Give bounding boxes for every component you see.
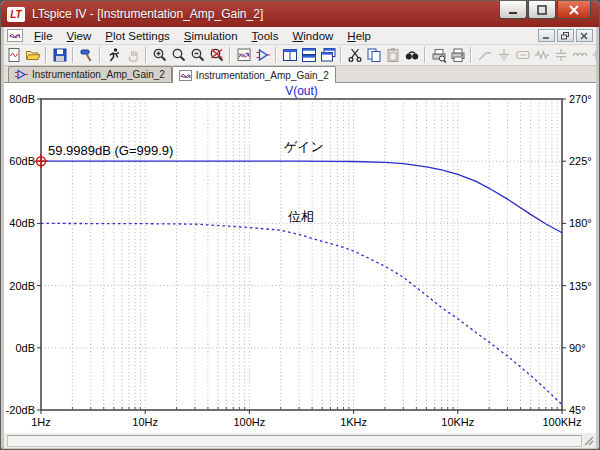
menu-bar: FileViewPlot SettingsSimulationToolsWind… (4, 27, 596, 45)
resistor-icon (532, 46, 551, 65)
status-bar (4, 432, 596, 448)
tab-strip: Instrumentation_Amp_Gain_2 Instrumentati… (4, 66, 596, 83)
gain-text-label: ゲイン (284, 139, 324, 154)
open-folder-icon[interactable] (23, 46, 42, 65)
halt-icon (123, 46, 142, 65)
wire-icon (475, 46, 494, 65)
window-title: LTspice IV - [Instrumentation_Amp_Gain_2… (32, 7, 498, 21)
toolbar-separator (72, 47, 74, 63)
maximize-button[interactable] (528, 1, 556, 19)
y-right-tick-label: 135° (569, 280, 592, 292)
new-waveform-icon[interactable] (4, 46, 23, 65)
child-minimize-button[interactable] (538, 29, 555, 42)
toolbar-separator (275, 47, 277, 63)
copy-icon[interactable] (364, 46, 383, 65)
toolbar-separator (99, 47, 101, 63)
phase-trace[interactable] (41, 223, 562, 404)
save-icon[interactable] (50, 46, 69, 65)
y-right-tick-label: 270° (569, 93, 592, 105)
ltspice-window: LT LTspice IV - [Instrumentation_Amp_Gai… (0, 0, 600, 450)
toolbar-separator (145, 47, 147, 63)
tile-horizontal-icon[interactable] (280, 46, 299, 65)
menu-file[interactable]: File (27, 29, 60, 43)
zoom-out-icon[interactable] (188, 46, 207, 65)
print-icon[interactable] (448, 46, 467, 65)
trace-name-title[interactable]: V(out) (285, 84, 318, 98)
y-left-tick-label: 20dB (9, 280, 35, 292)
cascade-icon[interactable] (318, 46, 337, 65)
x-tick-label: 100Hz (234, 416, 266, 428)
window-controls (498, 1, 591, 19)
zoom-fit-icon[interactable] (207, 46, 226, 65)
y-right-tick-label: 45° (569, 404, 586, 416)
label-icon (513, 46, 532, 65)
y-right-tick-label: 90° (569, 342, 586, 354)
child-close-button[interactable] (576, 29, 593, 42)
diode-icon (589, 46, 596, 65)
waveform-plot[interactable]: 80dB60dB40dB20dB0dB-20dB270°225°180°135°… (4, 83, 598, 432)
print-preview-icon[interactable] (429, 46, 448, 65)
menu-view[interactable]: View (60, 29, 99, 43)
menu-items: FileViewPlot SettingsSimulationToolsWind… (27, 29, 378, 43)
find-icon[interactable] (402, 46, 421, 65)
tab-waveform[interactable]: Instrumentation_Amp_Gain_2 (172, 66, 336, 83)
schematic-icon[interactable] (253, 46, 272, 65)
cut-icon[interactable] (345, 46, 364, 65)
toolbar (4, 45, 596, 66)
plot-pane: 80dB60dB40dB20dB0dB-20dB270°225°180°135°… (4, 83, 596, 432)
child-window-icon[interactable] (7, 29, 23, 42)
y-right-tick-label: 225° (569, 155, 592, 167)
x-tick-label: 10Hz (132, 416, 158, 428)
menu-window[interactable]: Window (285, 29, 340, 43)
menu-plot-settings[interactable]: Plot Settings (98, 29, 177, 43)
app-logo-icon: LT (7, 7, 25, 22)
status-text (7, 435, 582, 447)
inductor-icon (570, 46, 589, 65)
y-left-tick-label: 0dB (15, 342, 35, 354)
capacitor-icon (551, 46, 570, 65)
phase-text-label: 位相 (288, 209, 314, 224)
tab-label: Instrumentation_Amp_Gain_2 (32, 69, 165, 80)
ground-icon (494, 46, 513, 65)
resize-grip[interactable] (583, 435, 595, 447)
menu-help[interactable]: Help (340, 29, 378, 43)
x-tick-label: 1Hz (31, 416, 51, 428)
y-left-tick-label: -20dB (6, 404, 35, 416)
menu-simulation[interactable]: Simulation (177, 29, 245, 43)
schematic-icon (15, 69, 28, 80)
run-icon[interactable] (104, 46, 123, 65)
waveform-icon (179, 70, 192, 81)
toolbar-separator (470, 47, 472, 63)
tile-vertical-icon[interactable] (299, 46, 318, 65)
y-left-tick-label: 60dB (9, 155, 35, 167)
tab-label: Instrumentation_Amp_Gain_2 (196, 70, 329, 81)
zoom-area-icon[interactable] (169, 46, 188, 65)
child-restore-button[interactable] (557, 29, 574, 42)
y-right-tick-label: 180° (569, 217, 592, 229)
minimize-button[interactable] (499, 1, 527, 19)
toolbar-separator (229, 47, 231, 63)
zoom-in-icon[interactable] (150, 46, 169, 65)
paste-icon (383, 46, 402, 65)
menu-tools[interactable]: Tools (245, 29, 286, 43)
x-tick-label: 100KHz (542, 416, 581, 428)
close-button[interactable] (557, 1, 591, 19)
x-tick-label: 1KHz (340, 416, 367, 428)
x-tick-label: 10KHz (441, 416, 474, 428)
plot-settings-icon[interactable] (234, 46, 253, 65)
control-panel-icon[interactable] (77, 46, 96, 65)
tab-schematic[interactable]: Instrumentation_Amp_Gain_2 (8, 66, 172, 82)
title-bar: LT LTspice IV - [Instrumentation_Amp_Gai… (1, 1, 599, 27)
child-window-controls (538, 29, 596, 42)
y-left-tick-label: 40dB (9, 217, 35, 229)
cursor-annotation: 59.9989dB (G=999.9) (48, 143, 173, 158)
y-left-tick-label: 80dB (9, 93, 35, 105)
toolbar-separator (45, 47, 47, 63)
toolbar-separator (424, 47, 426, 63)
toolbar-separator (340, 47, 342, 63)
